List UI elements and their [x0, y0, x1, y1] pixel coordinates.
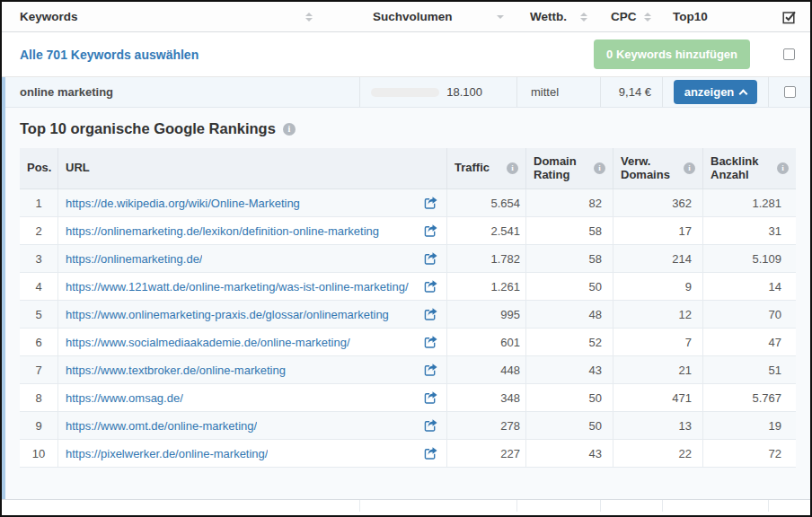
external-link-icon[interactable] [424, 224, 437, 237]
keyword-cell: online marketing [5, 77, 359, 107]
column-label: Top10 [673, 10, 708, 23]
traffic-value: 2.541 [446, 217, 525, 244]
external-link-icon[interactable] [424, 197, 437, 209]
select-all-keywords-link[interactable]: Alle 701 Keywords auswählen [2, 48, 199, 62]
anzeigen-label: anzeigen [684, 85, 735, 99]
ranking-url-link[interactable]: https://onlinemarketing.de/ [58, 252, 202, 266]
backlinks-value: 14 [702, 273, 796, 300]
sort-icon[interactable] [644, 13, 651, 22]
info-icon[interactable] [507, 162, 518, 174]
row-checkbox[interactable] [784, 86, 796, 98]
anzeigen-toggle-button[interactable]: anzeigen [674, 80, 758, 104]
url-cell: https://www.textbroker.de/online-marketi… [57, 356, 446, 383]
info-icon[interactable] [684, 162, 695, 174]
keyword-row: online marketing 18.100 mittel 9,14 € an… [5, 77, 810, 108]
next-keyword-row-stub [2, 499, 810, 512]
backlinks-value: 72 [702, 440, 796, 467]
ranking-url-link[interactable]: https://www.121watt.de/online-marketing/… [58, 280, 409, 294]
search-volume-cell: 18.100 [359, 77, 516, 107]
info-icon[interactable] [777, 162, 789, 174]
select-all-checkbox-icon[interactable] [768, 2, 810, 31]
external-link-icon[interactable] [424, 308, 437, 320]
table-row: 8https://www.omsag.de/348504715.767 [20, 384, 796, 412]
url-cell: https://de.wikipedia.org/wiki/Online-Mar… [57, 189, 446, 216]
top10-cell: anzeigen [662, 77, 768, 107]
external-link-icon[interactable] [424, 364, 437, 376]
ranking-url-link[interactable]: https://www.onlinemarketing-praxis.de/gl… [58, 308, 389, 321]
external-link-icon[interactable] [424, 419, 437, 432]
external-link-icon[interactable] [424, 252, 437, 265]
external-link-icon[interactable] [424, 336, 437, 348]
ranking-url-link[interactable]: https://www.socialmediaakademie.de/onlin… [58, 336, 350, 349]
header-ref-domains: Verw. Domains [613, 148, 702, 188]
url-cell: https://onlinemarketing.de/lexikon/defin… [57, 217, 446, 244]
ref-domains-value: 22 [613, 440, 702, 467]
ranking-url-link[interactable]: https://de.wikipedia.org/wiki/Online-Mar… [58, 197, 300, 210]
ref-domains-value: 7 [613, 329, 702, 355]
add-keywords-button[interactable]: 0 Keywords hinzufügen [594, 39, 750, 69]
header-domain-rating: Domain Rating [525, 148, 613, 188]
ranking-url-link[interactable]: https://www.omsag.de/ [58, 391, 183, 405]
external-link-icon[interactable] [424, 280, 437, 293]
rank-position: 1 [20, 189, 57, 216]
url-cell: https://www.omsag.de/ [57, 384, 446, 411]
backlinks-value: 70 [702, 301, 796, 328]
sort-desc-icon[interactable] [497, 15, 504, 19]
rank-position: 10 [20, 440, 57, 467]
keyword-tool-window: Keywords Suchvolumen Wettb. CPC Top10 Al… [0, 0, 812, 517]
domain-rating-value: 58 [525, 245, 613, 272]
ref-domains-value: 9 [613, 273, 702, 300]
domain-rating-value: 48 [525, 301, 613, 328]
column-header-keywords[interactable]: Keywords [2, 2, 359, 31]
traffic-value: 278 [446, 412, 525, 439]
ranking-url-link[interactable]: https://www.omt.de/online-marketing/ [58, 419, 257, 433]
ranking-url-link[interactable]: https://pixelwerker.de/online-marketing/ [58, 447, 268, 460]
info-icon[interactable] [594, 162, 605, 174]
info-icon[interactable] [283, 123, 296, 136]
ranking-url-link[interactable]: https://www.textbroker.de/online-marketi… [58, 364, 286, 377]
domain-rating-value: 82 [525, 189, 613, 216]
ref-domains-value: 362 [613, 189, 702, 216]
rank-position: 8 [20, 384, 57, 411]
domain-rating-value: 52 [525, 329, 613, 355]
external-link-icon[interactable] [424, 391, 437, 404]
backlinks-value: 31 [702, 217, 796, 244]
column-header-top10: Top10 [662, 2, 768, 31]
table-row: 4https://www.121watt.de/online-marketing… [20, 273, 796, 301]
url-cell: https://www.onlinemarketing-praxis.de/gl… [57, 301, 446, 328]
backlinks-value: 51 [702, 356, 796, 383]
table-row: 5https://www.onlinemarketing-praxis.de/g… [20, 301, 796, 329]
column-header-cpc[interactable]: CPC [600, 2, 662, 31]
domain-rating-value: 50 [525, 412, 613, 439]
url-cell: https://onlinemarketing.de/ [57, 245, 446, 272]
sort-icon[interactable] [305, 13, 313, 22]
table-row: 2https://onlinemarketing.de/lexikon/defi… [20, 217, 796, 245]
keyword-list-header: Keywords Suchvolumen Wettb. CPC Top10 [2, 2, 810, 32]
ref-domains-value: 13 [613, 412, 702, 439]
header-pos: Pos. [20, 148, 57, 188]
rankings-table-body: 1https://de.wikipedia.org/wiki/Online-Ma… [20, 189, 796, 468]
backlinks-value: 1.281 [702, 189, 796, 216]
external-link-icon[interactable] [424, 447, 437, 460]
column-header-suchvolumen[interactable]: Suchvolumen [359, 2, 516, 31]
ref-domains-value: 12 [613, 301, 702, 328]
rankings-panel: Top 10 organische Google Rankings Pos. U… [5, 108, 810, 499]
backlinks-value: 5.109 [702, 245, 796, 272]
rankings-title-text: Top 10 organische Google Rankings [20, 120, 276, 137]
backlinks-value: 47 [702, 329, 796, 355]
header-traffic: Traffic [446, 148, 525, 188]
row-checkbox[interactable] [783, 48, 795, 60]
ref-domains-value: 214 [613, 245, 702, 272]
competition-cell: mittel [516, 77, 600, 107]
ranking-url-link[interactable]: https://onlinemarketing.de/lexikon/defin… [58, 224, 379, 238]
keyword-checkbox-cell [768, 77, 810, 107]
table-row: 1https://de.wikipedia.org/wiki/Online-Ma… [20, 189, 796, 217]
rank-position: 2 [20, 217, 57, 244]
column-label: Suchvolumen [373, 10, 453, 23]
sort-icon[interactable] [580, 13, 587, 22]
ref-domains-value: 471 [613, 384, 702, 411]
domain-rating-value: 50 [525, 384, 613, 411]
traffic-value: 601 [446, 329, 525, 355]
traffic-value: 995 [446, 301, 525, 328]
column-header-wettb[interactable]: Wettb. [516, 2, 600, 31]
